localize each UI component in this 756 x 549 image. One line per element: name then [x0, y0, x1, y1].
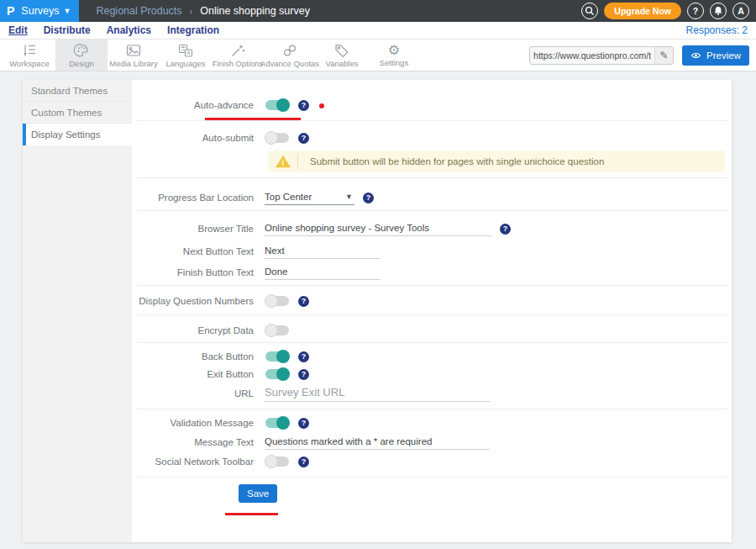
media-library-icon	[125, 43, 142, 58]
tool-media-library[interactable]: Media Library	[108, 40, 160, 71]
back-button-toggle[interactable]	[265, 350, 290, 363]
row-validation-message: Validation Message ?	[137, 416, 727, 430]
auto-submit-label: Auto-submit	[137, 133, 254, 143]
question-circle-icon[interactable]: ?	[298, 133, 309, 144]
question-circle-icon[interactable]: ?	[298, 351, 309, 362]
sidebar-item-display-settings[interactable]: Display Settings	[23, 124, 132, 145]
exit-button-label: Exit Button	[137, 369, 254, 379]
tool-finish-options[interactable]: Finish Options	[212, 40, 264, 71]
survey-nav: Edit Distribute Analytics Integration Re…	[0, 22, 756, 40]
auto-submit-toggle[interactable]	[265, 131, 290, 145]
topbar-actions: Upgrade Now ? A	[581, 0, 756, 22]
tool-settings[interactable]: ⚙ Settings	[368, 40, 420, 71]
browser-title-input[interactable]	[265, 221, 491, 236]
sidebar-item-custom-themes[interactable]: Custom Themes	[23, 102, 132, 124]
warning-icon: !	[275, 154, 291, 169]
group-auto-submit: Auto-submit ? ! Submit button will be hi…	[137, 121, 727, 178]
row-browser-title: Browser Title ?	[137, 221, 727, 236]
message-text-label: Message Text	[137, 437, 254, 447]
help-button[interactable]: ?	[687, 3, 704, 19]
question-circle-icon[interactable]: ?	[363, 193, 374, 203]
upgrade-now-button[interactable]: Upgrade Now	[604, 3, 681, 19]
encrypt-data-toggle[interactable]	[265, 324, 290, 337]
finish-button-input[interactable]	[265, 265, 381, 280]
back-button-label: Back Button	[137, 351, 254, 362]
tool-label: Workspace	[9, 59, 49, 68]
tool-languages[interactable]: A Languages	[160, 40, 212, 71]
finish-options-icon	[229, 43, 246, 58]
advance-quotas-icon	[281, 43, 298, 58]
chevron-down-icon: ▼	[64, 8, 71, 15]
survey-url-input[interactable]	[530, 50, 654, 61]
question-circle-icon[interactable]: ?	[298, 100, 309, 111]
design-toolbar: Workspace Design Media Library A Languag…	[0, 40, 756, 71]
warning-banner: ! Submit button will be hidden for pages…	[268, 150, 725, 172]
next-button-input[interactable]	[265, 244, 381, 259]
tool-label: Design	[69, 59, 94, 68]
breadcrumb: Regional Products › Online shopping surv…	[79, 0, 309, 22]
question-circle-icon[interactable]: ?	[298, 457, 309, 467]
sidebar-item-standard-themes[interactable]: Standard Themes	[23, 80, 132, 102]
svg-text:A: A	[186, 50, 191, 55]
tool-advance-quotas[interactable]: Advance Quotas	[264, 40, 316, 71]
next-button-label: Next Button Text	[137, 246, 254, 256]
search-button[interactable]	[581, 3, 598, 19]
question-circle-icon[interactable]: ?	[298, 418, 309, 429]
browser-title-label: Browser Title	[137, 224, 254, 234]
question-numbers-label: Display Question Numbers	[137, 296, 254, 306]
question-circle-icon[interactable]: ?	[298, 296, 309, 307]
social-toolbar-toggle[interactable]	[265, 455, 290, 468]
message-text-input[interactable]	[265, 435, 490, 450]
auto-advance-toggle[interactable]	[265, 98, 290, 112]
question-circle-icon[interactable]: ?	[298, 369, 309, 380]
exit-button-toggle[interactable]	[265, 367, 290, 381]
page-background: Standard Themes Custom Themes Display Se…	[0, 71, 756, 549]
exit-url-input[interactable]	[265, 384, 490, 402]
nav-analytics[interactable]: Analytics	[107, 24, 151, 36]
annotation-dot	[319, 103, 324, 108]
responses-count[interactable]: Responses: 2	[686, 24, 748, 36]
tool-workspace[interactable]: Workspace	[3, 40, 55, 71]
nav-distribute[interactable]: Distribute	[44, 24, 91, 36]
question-numbers-toggle[interactable]	[265, 294, 290, 308]
edit-url-button[interactable]: ✎	[654, 47, 673, 64]
save-button[interactable]: Save	[239, 484, 277, 503]
validation-message-toggle[interactable]	[265, 416, 290, 430]
brand-area[interactable]: P Surveys ▼	[0, 0, 79, 22]
group-navigation-buttons: Back Button ? Exit Button ? URL	[137, 343, 727, 409]
themes-sidebar: Standard Themes Custom Themes Display Se…	[23, 80, 132, 542]
auto-advance-label: Auto-advance	[137, 100, 254, 110]
row-social-toolbar: Social Network Toolbar ?	[137, 455, 727, 468]
preview-button[interactable]: Preview	[682, 45, 749, 66]
pencil-icon: ✎	[660, 50, 669, 61]
group-question-numbers: Display Question Numbers ?	[137, 286, 727, 315]
row-exit-url: URL	[137, 384, 727, 402]
tool-variables[interactable]: Variables	[316, 40, 368, 71]
surveys-menu[interactable]: Surveys ▼	[21, 5, 71, 17]
group-auto-advance: Auto-advance ?	[137, 80, 727, 121]
caret-down-icon: ▼	[345, 193, 353, 201]
question-circle-icon[interactable]: ?	[500, 224, 511, 235]
nav-integration[interactable]: Integration	[167, 24, 219, 36]
row-auto-submit: Auto-submit ?	[137, 131, 727, 145]
breadcrumb-parent[interactable]: Regional Products	[96, 5, 181, 17]
tool-label: Languages	[165, 59, 205, 68]
group-encrypt-data: Encrypt Data	[137, 315, 727, 343]
bell-icon	[713, 6, 723, 16]
preview-label: Preview	[706, 50, 741, 61]
progress-bar-select[interactable]: Top Center ▼	[265, 190, 354, 205]
tool-design[interactable]: Design	[55, 40, 108, 71]
avatar[interactable]: A	[732, 3, 749, 19]
top-bar: P Surveys ▼ Regional Products › Online s…	[0, 0, 756, 22]
row-next-button-text: Next Button Text	[137, 244, 727, 259]
group-save: Save	[137, 484, 727, 503]
notifications-button[interactable]	[710, 3, 727, 19]
questionpro-logo: P	[7, 4, 14, 18]
group-validation: Validation Message ? Message Text Social…	[137, 409, 727, 478]
nav-edit[interactable]: Edit	[8, 24, 28, 36]
tool-label: Finish Options	[213, 59, 264, 68]
row-encrypt-data: Encrypt Data	[137, 324, 727, 337]
breadcrumb-current: Online shopping survey	[200, 5, 310, 17]
tool-label: Media Library	[109, 59, 158, 68]
group-progress-bar: Progress Bar Location Top Center ▼ ?	[137, 178, 727, 211]
